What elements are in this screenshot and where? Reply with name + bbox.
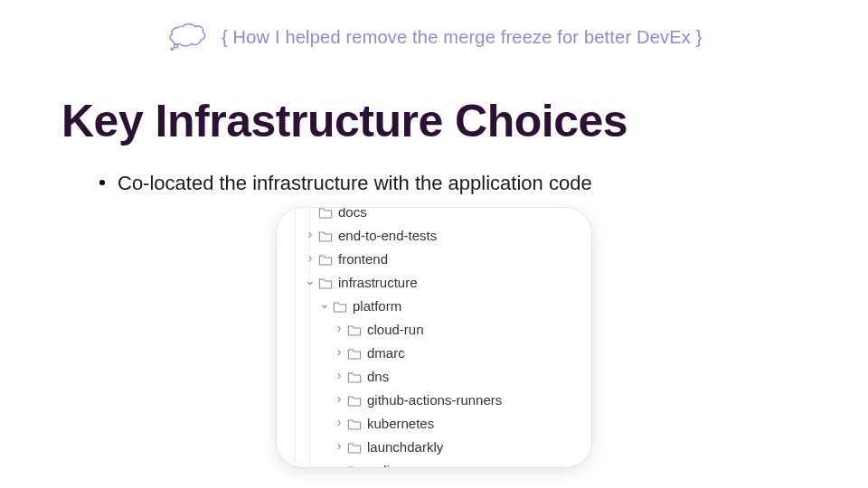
folder-icon [333,299,347,314]
tree-item-label: cloud-run [367,318,424,342]
tree-row-cloud-run[interactable]: cloud-run [284,318,584,342]
tree-item-label: dmarc [367,342,405,365]
tree-item-label: dns [367,365,389,389]
header-text: { How I helped remove the merge freeze f… [222,27,703,47]
tree-item-label: github-actions-runners [367,389,502,412]
tree-row-kubernetes[interactable]: kubernetes [284,412,584,436]
bullet-dot-icon [99,180,105,185]
tree-row-docs[interactable]: docs [284,208,584,224]
tree-row-end-to-end-tests[interactable]: end-to-end-tests [284,224,584,248]
folder-icon [347,346,362,361]
tree-row-redis[interactable]: redis [284,459,584,467]
chevron-right-icon[interactable] [333,459,345,467]
slide-title: Key Infrastructure Choices [61,95,627,147]
svg-point-0 [175,44,178,48]
folder-icon [318,276,333,290]
slide-header: { How I helped remove the merge freeze f… [0,20,868,55]
chevron-right-icon[interactable] [333,436,345,459]
chevron-down-icon[interactable] [304,271,316,295]
chevron-down-icon[interactable] [318,295,331,318]
bullet-text: Co-located the infrastructure with the a… [118,172,592,194]
bullet-item: Co-located the infrastructure with the a… [99,172,592,195]
tree-row-github-actions-runners[interactable]: github-actions-runners [284,389,584,412]
folder-icon [347,417,362,431]
tree-item-label: end-to-end-tests [338,224,437,248]
thought-bubble-icon [165,20,212,55]
folder-icon [318,252,333,267]
tree-row-platform[interactable]: platform [284,295,584,318]
tree-row-dmarc[interactable]: dmarc [284,342,584,365]
chevron-right-icon[interactable] [333,365,345,389]
tree-row-frontend[interactable]: frontend [284,248,584,271]
folder-icon [347,323,362,337]
file-tree: docsend-to-end-testsfrontendinfrastructu… [277,208,591,467]
tree-row-launchdarkly[interactable]: launchdarkly [284,436,584,459]
folder-icon [347,464,362,467]
folder-icon [318,229,333,243]
tree-item-label: frontend [338,248,388,271]
chevron-right-icon[interactable] [333,389,345,412]
chevron-right-icon[interactable] [304,224,316,248]
folder-icon [347,370,362,384]
tree-item-label: kubernetes [367,412,434,436]
tree-item-label: platform [353,295,401,318]
tree-item-label: redis [367,459,397,467]
folder-icon [347,440,362,455]
chevron-right-icon[interactable] [333,318,345,342]
chevron-right-icon[interactable] [333,342,345,365]
tree-item-label: docs [338,208,367,224]
tree-item-label: infrastructure [338,271,418,295]
tree-item-label: launchdarkly [367,436,443,459]
svg-point-1 [171,48,173,50]
tree-row-dns[interactable]: dns [284,365,584,389]
folder-icon [347,393,362,408]
file-tree-panel: docsend-to-end-testsfrontendinfrastructu… [277,208,591,467]
folder-icon [318,208,333,220]
chevron-right-icon[interactable] [333,412,345,436]
